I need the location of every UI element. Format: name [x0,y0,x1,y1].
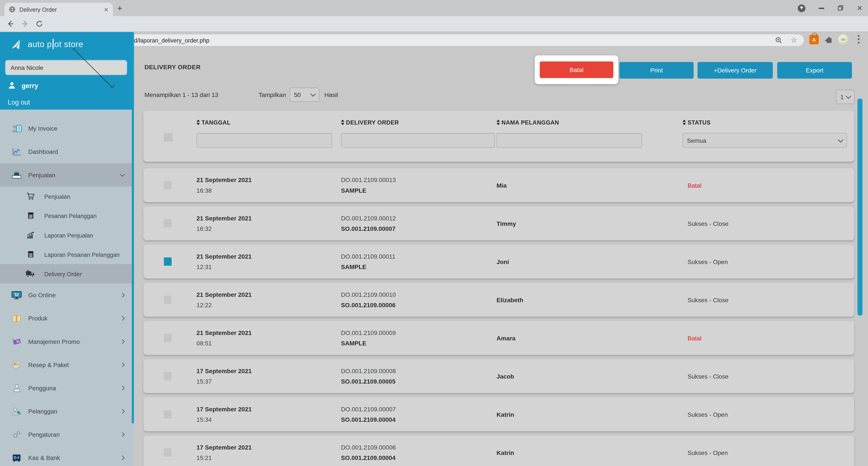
row-do-number: DO.001.2109.00006 [341,442,497,453]
table-row[interactable]: 17 September 202115:21 DO.001.2109.00006… [144,436,854,466]
status-filter-select[interactable]: Semua [683,133,847,148]
user-row[interactable]: gerry [8,81,38,90]
column-header-status[interactable]: STATUS [683,119,854,126]
sidebar-item-pengaturan[interactable]: Pengaturan [0,423,134,446]
cash-register-icon [11,170,22,179]
row-checkbox-checked[interactable] [164,257,172,266]
page-scrollbar[interactable] [858,98,863,315]
sidebar-item-pelanggan[interactable]: Pelanggan [0,400,134,423]
row-date: 21 September 2021 [196,251,341,261]
row-checkbox[interactable] [164,296,172,304]
print-button[interactable]: Print [619,62,693,79]
table-row[interactable]: 21 September 202112:31 DO.001.2109.00011… [144,245,854,279]
row-checkbox[interactable] [164,410,172,418]
column-header-delivery-order[interactable]: DELIVERY ORDER [341,119,497,126]
row-customer: Jacob [497,373,683,380]
page-number-select[interactable]: 1 [836,90,855,104]
table-row[interactable]: 21 September 202108:51 DO.001.2109.00009… [144,321,854,355]
window-close-button[interactable]: ✕ [857,5,863,11]
sidebar-item-dashboard[interactable]: Dashboard [0,140,134,163]
forward-icon[interactable] [21,20,29,28]
filter-delivery-order-input[interactable] [341,133,495,148]
row-time: 12:31 [196,261,341,272]
cart-icon [25,192,36,200]
row-checkbox[interactable] [164,334,172,342]
table-row[interactable]: 17 September 202115:37 DO.001.2109.00008… [144,359,854,393]
sort-icon [196,120,200,125]
sidebar-item-delivery-order[interactable]: Delivery Order [0,264,134,283]
filter-tanggal-input[interactable] [196,133,332,148]
sidebar-item-go-online[interactable]: Go Online [0,283,134,307]
table-row[interactable]: 21 September 202116:38 DO.001.2109.00013… [144,168,854,202]
chevron-right-icon [120,339,125,344]
row-checkbox[interactable] [164,181,172,189]
tab-title: Delivery Order [19,6,104,13]
row-do-number: DO.001.2109.00008 [341,366,497,376]
row-time: 16:38 [196,185,341,196]
customer-icon [11,407,22,416]
logout-link[interactable]: Log out [8,98,30,106]
row-ref: SO.001.2109.00006 [341,300,497,310]
chevron-right-icon [120,409,125,414]
sidebar-scrollbar[interactable] [132,33,134,424]
sidebar-item-laporan-pesanan-pelanggan[interactable]: Laporan Pesanan Pelanggan [0,245,134,264]
row-do-number: DO.001.2109.00011 [341,251,497,261]
row-time: 15:37 [196,376,341,386]
tampilkan-label: Tampilkan [258,91,286,98]
sidebar-item-resep-paket[interactable]: Resep & Paket [0,353,134,376]
row-status: Sukses - Close [683,373,854,380]
column-header-tanggal[interactable]: TANGGAL [196,119,341,126]
column-header-nama-pelanggan[interactable]: NAMA PELANGGAN [497,119,683,126]
sidebar-item-manajemen-promo[interactable]: % Manajemen Promo [0,330,134,353]
chevron-right-icon [120,455,125,460]
chevron-right-icon [120,386,125,391]
row-time: 15:21 [196,453,341,463]
row-ref: SO.001.2109.00004 [341,453,497,463]
browser-tab[interactable]: Delivery Order ✕ [4,3,113,16]
sidebar-item-penjualan[interactable]: Penjualan [0,163,134,187]
row-time: 15:34 [196,414,341,425]
row-date: 17 September 2021 [196,442,341,453]
new-tab-button[interactable]: + [117,3,122,12]
row-checkbox[interactable] [164,448,172,457]
sidebar-item-kas-bank[interactable]: Kas & Bank [0,446,134,466]
showing-count: Menampilkan 1 - 13 dari 13 [145,91,218,98]
export-button[interactable]: Export [777,62,852,79]
filter-nama-pelanggan-input[interactable] [497,133,642,148]
window-restore-button[interactable] [838,5,844,11]
back-icon[interactable] [7,20,14,28]
tab-close-icon[interactable]: ✕ [104,6,108,12]
monitor-cart-icon [11,290,22,300]
select-all-checkbox[interactable] [164,133,173,142]
row-do-number: DO.001.2109.00012 [341,213,497,223]
window-minimize-button[interactable] [819,7,825,8]
chevron-down-icon [846,93,851,99]
table-row[interactable]: 21 September 202116:32 DO.001.2109.00012… [144,207,854,240]
batal-button[interactable]: Batal [540,61,613,78]
row-do-number: DO.001.2109.00013 [341,175,497,185]
sidebar-item-penjualan-sub[interactable]: Penjualan [0,187,134,206]
row-customer: Mia [497,182,683,189]
table-row[interactable]: 17 September 202115:34 DO.001.2109.00007… [144,398,854,431]
chevron-down-icon [73,45,115,88]
reload-icon[interactable] [35,20,43,28]
add-delivery-order-button[interactable]: +Delivery Order [698,62,773,79]
row-ref: SAMPLE [341,185,497,196]
row-checkbox[interactable] [164,219,172,227]
row-checkbox[interactable] [164,372,172,380]
sidebar: auto pot store Anna Nicole gerry Log out… [0,32,134,466]
sidebar-item-my-invoice[interactable]: My Invoice [0,117,134,140]
sidebar-item-pengguna[interactable]: Pengguna [0,376,134,400]
browser-update-icon[interactable] [798,4,806,12]
row-status: Sukses - Open [683,411,854,418]
per-page-select[interactable]: 50 [290,87,319,102]
store-select[interactable]: Anna Nicole [6,60,127,74]
sidebar-item-pesanan-pelanggan[interactable]: Pesanan Pelanggan [0,206,134,225]
sidebar-item-laporan-penjualan[interactable]: Laporan Penjualan [0,225,134,245]
sidebar-item-produk[interactable]: Produk [0,307,134,330]
row-status: Sukses - Open [683,449,854,456]
table-row[interactable]: 21 September 202112:22 DO.001.2109.00010… [144,283,854,317]
row-customer: Elizabeth [497,297,683,303]
row-date: 21 September 2021 [196,289,341,300]
globe-favicon-icon [9,6,16,13]
